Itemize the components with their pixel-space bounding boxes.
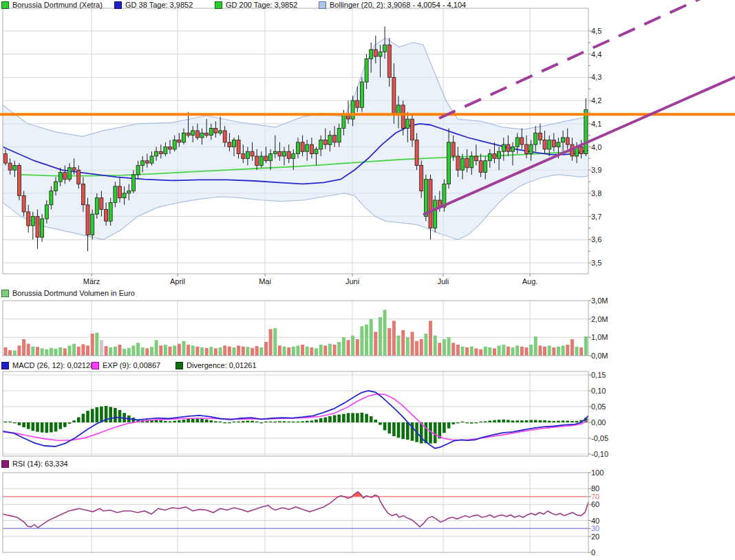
svg-text:0,0M: 0,0M — [591, 352, 608, 360]
legend-item-gd200: GD 200 Tage: 3,9852 — [215, 1, 297, 9]
divergence-swatch-icon — [175, 362, 183, 369]
svg-text:80: 80 — [591, 484, 599, 493]
legend-item-gd38: GD 38 Tage: 3,9852 — [114, 1, 193, 9]
svg-text:100: 100 — [591, 469, 604, 477]
macd-swatch-icon — [1, 362, 9, 369]
rsi-panel: 1008070604030200 — [3, 469, 604, 557]
svg-text:0,05: 0,05 — [591, 402, 606, 411]
macd-line — [3, 391, 588, 449]
svg-text:-0,10: -0,10 — [591, 450, 608, 458]
bollinger-band — [3, 38, 588, 239]
svg-text:4,1: 4,1 — [591, 120, 601, 128]
svg-text:3,0M: 3,0M — [591, 297, 608, 305]
svg-text:4,0: 4,0 — [591, 143, 601, 151]
macd-label: MACD (26, 12): 0,02128 — [12, 361, 94, 369]
legend-item-volume: Borussia Dortmund Volumen in Euro — [1, 289, 135, 297]
svg-text:4,4: 4,4 — [591, 50, 601, 58]
svg-text:0,00: 0,00 — [591, 418, 606, 427]
gd38-label: GD 38 Tage: 3,9852 — [125, 1, 193, 9]
svg-text:4,5: 4,5 — [591, 27, 601, 35]
svg-text:70: 70 — [591, 493, 599, 501]
price-panel: 4,54,44,34,24,14,03,93,83,73,63,5MärzApr… — [3, 8, 601, 286]
rsi-line — [3, 492, 588, 528]
macd-panel: 0,150,100,050,00-0,05-0,10 — [3, 371, 608, 458]
svg-text:0,15: 0,15 — [591, 371, 606, 379]
bollinger-label: Bollinger (20, 2): 3,9068 - 4,0054 - 4,1… — [330, 1, 466, 9]
volume-label: Borussia Dortmund Volumen in Euro — [12, 289, 135, 297]
legend-item-divergence: Divergence: 0,01261 — [175, 361, 257, 369]
svg-text:4,2: 4,2 — [591, 96, 601, 105]
legend-item-bollinger: Bollinger (20, 2): 3,9068 - 4,0054 - 4,1… — [319, 1, 466, 9]
rsi-swatch-icon — [1, 460, 9, 468]
legend-item-rsi: RSI (14): 63,334 — [1, 460, 68, 468]
svg-text:40: 40 — [591, 517, 599, 525]
svg-text:April: April — [170, 277, 185, 286]
svg-text:30: 30 — [591, 524, 599, 532]
exp-swatch-icon — [92, 362, 99, 369]
exp-label: EXP (9): 0,00867 — [103, 361, 160, 369]
svg-text:0: 0 — [591, 548, 595, 557]
svg-text:-0,05: -0,05 — [591, 434, 608, 442]
legend-item-exp: EXP (9): 0,00867 — [92, 361, 160, 369]
svg-text:3,8: 3,8 — [591, 189, 601, 197]
svg-text:1,0M: 1,0M — [591, 333, 608, 341]
legend-item-price: Borussia Dortmund (Xetra) — [1, 1, 103, 9]
chart-canvas: 4,54,44,34,24,14,03,93,83,73,63,5MärzApr… — [0, 0, 735, 560]
legend-item-macd: MACD (26, 12): 0,02128 — [1, 361, 94, 369]
svg-text:3,6: 3,6 — [591, 235, 601, 244]
svg-text:3,7: 3,7 — [591, 213, 601, 221]
svg-text:20: 20 — [591, 532, 599, 541]
rsi-label: RSI (14): 63,334 — [12, 460, 68, 468]
svg-text:3,9: 3,9 — [591, 166, 601, 174]
stock-chart-page: 4,54,44,34,24,14,03,93,83,73,63,5MärzApr… — [0, 0, 735, 560]
divergence-label: Divergence: 0,01261 — [187, 361, 257, 369]
svg-text:4,3: 4,3 — [591, 73, 601, 81]
bollinger-swatch-icon — [319, 1, 326, 9]
svg-text:3,5: 3,5 — [591, 259, 601, 267]
svg-text:2,0M: 2,0M — [591, 315, 608, 323]
svg-text:Mai: Mai — [259, 277, 271, 286]
volume-swatch-icon — [1, 290, 9, 297]
svg-text:Aug.: Aug. — [522, 277, 538, 286]
svg-text:60: 60 — [591, 500, 599, 508]
gd200-label: GD 200 Tage: 3,9852 — [226, 1, 297, 9]
svg-text:Juli: Juli — [438, 277, 449, 286]
volume-panel: 3,0M2,0M1,0M0,0M — [3, 297, 608, 360]
rsi-overbought-fill — [3, 492, 588, 528]
gd38-swatch-icon — [114, 1, 122, 9]
gd200-swatch-icon — [215, 1, 222, 9]
svg-text:0,10: 0,10 — [591, 387, 606, 395]
price-series-label: Borussia Dortmund (Xetra) — [12, 1, 103, 9]
svg-text:März: März — [83, 277, 100, 286]
price-series-swatch-icon — [1, 1, 9, 9]
svg-text:Juni: Juni — [345, 277, 359, 286]
